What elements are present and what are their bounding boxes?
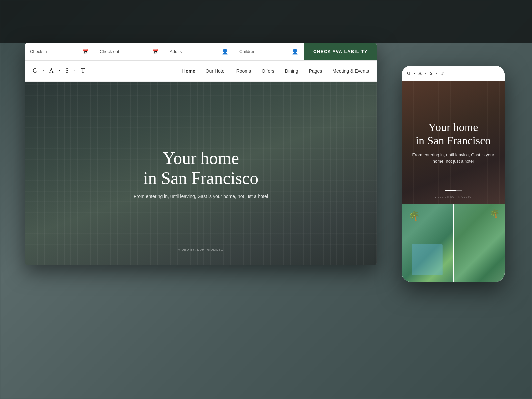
check-out-field[interactable]: Check out 📅 [94, 43, 164, 60]
desktop-hero: Your home in San Francisco From entering… [25, 82, 377, 265]
check-availability-button[interactable]: CHECK AVAILABILITY [304, 43, 377, 60]
mobile-hero-content: Your home in San Francisco From entering… [402, 121, 505, 164]
nav-item-rooms[interactable]: Rooms [236, 68, 251, 74]
mobile-hero: Your home in San Francisco From entering… [402, 81, 505, 204]
nav-item-offers[interactable]: Offers [262, 68, 274, 74]
background-top-bar [0, 0, 532, 43]
check-in-field[interactable]: Check in 📅 [25, 43, 94, 60]
children-field[interactable]: Children 👤 [234, 43, 304, 60]
mobile-nav: G · A · S · T [402, 66, 505, 81]
booking-bar: Check in 📅 Check out 📅 Adults 👤 Children… [25, 43, 377, 61]
desktop-logo: G · A · S · T [33, 67, 87, 74]
mobile-hero-subtitle: From entering in, until leaving, Gast is… [408, 152, 498, 165]
mobile-pool-section [402, 204, 505, 282]
calendar-icon-2: 📅 [152, 48, 159, 55]
mobile-pool-image-right [454, 204, 505, 282]
hero-title: Your home in San Francisco [134, 148, 268, 188]
mobile-pool-image-left [402, 204, 453, 282]
hero-subtitle: From entering in, until leaving, Gast is… [134, 194, 268, 199]
nav-links: Home Our Hotel Rooms Offers Dining Pages… [182, 68, 369, 74]
adults-icon: 👤 [222, 48, 228, 55]
calendar-icon: 📅 [82, 48, 89, 55]
nav-item-pages[interactable]: Pages [309, 68, 322, 74]
hero-video-credit: VIDEO BY: DOH IRIOMOTO [178, 243, 224, 252]
mobile-logo: G · A · S · T [407, 71, 445, 76]
adults-field[interactable]: Adults 👤 [164, 43, 234, 60]
check-in-label: Check in [30, 49, 79, 54]
mobile-progress-fill [445, 190, 456, 191]
children-icon: 👤 [292, 48, 298, 55]
desktop-browser: Check in 📅 Check out 📅 Adults 👤 Children… [25, 43, 377, 265]
mobile-progress-bar [445, 190, 462, 191]
nav-item-home[interactable]: Home [182, 68, 195, 74]
nav-item-dining[interactable]: Dining [285, 68, 298, 74]
nav-item-our-hotel[interactable]: Our Hotel [206, 68, 226, 74]
mobile-mockup: G · A · S · T Your home in San Francisco… [402, 66, 505, 282]
nav-item-meeting-events[interactable]: Meeting & Events [332, 68, 369, 74]
adults-label: Adults [170, 49, 218, 54]
mobile-hero-title: Your home in San Francisco [408, 121, 498, 147]
hero-content: Your home in San Francisco From entering… [134, 148, 268, 199]
hero-progress-fill [191, 243, 204, 243]
check-out-label: Check out [100, 49, 149, 54]
children-label: Children [239, 49, 288, 54]
mobile-hero-footer: VIDEO BY: DOH IRIOMOTO [435, 190, 471, 199]
hero-progress-bar [191, 243, 211, 243]
mobile-credit-text: VIDEO BY: DOH IRIOMOTO [435, 196, 471, 198]
desktop-nav: G · A · S · T Home Our Hotel Rooms Offer… [25, 61, 377, 82]
hero-credit-text: VIDEO BY: DOH IRIOMOTO [178, 248, 224, 251]
